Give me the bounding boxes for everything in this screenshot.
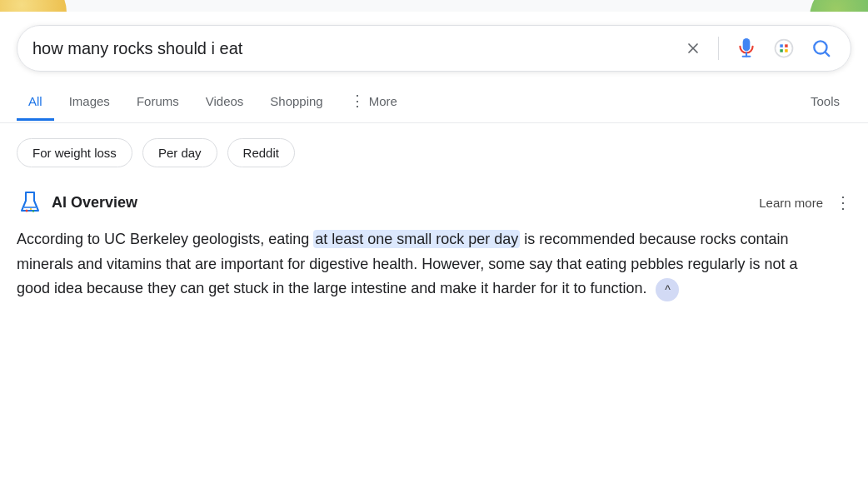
nav-tabs: All Images Forums Videos Shopping ⋮ More… — [0, 82, 868, 123]
clear-button[interactable] — [681, 37, 705, 60]
tab-more[interactable]: ⋮ More — [338, 82, 409, 122]
svg-point-4 — [32, 210, 34, 212]
google-lens-button[interactable] — [769, 33, 799, 63]
ai-flask-icon — [17, 189, 43, 216]
more-dots-icon: ⋮ — [350, 92, 366, 110]
three-dot-menu-button[interactable]: ⋮ — [835, 192, 851, 212]
ai-overview-header: AI Overview Learn more ⋮ — [17, 189, 851, 216]
tab-tools[interactable]: Tools — [799, 84, 851, 121]
search-input[interactable]: how many rocks should i eat — [32, 39, 673, 58]
ai-overview-section: AI Overview Learn more ⋮ According to UC… — [0, 181, 868, 318]
tab-forums[interactable]: Forums — [125, 84, 191, 121]
svg-point-3 — [30, 208, 32, 210]
search-button[interactable] — [807, 34, 836, 62]
chip-per-day[interactable]: Per day — [142, 138, 217, 167]
chip-for-weight-loss[interactable]: For weight loss — [17, 138, 132, 167]
search-bar-wrapper: how many rocks should i eat — [0, 12, 868, 82]
ai-text-highlight: at least one small rock per day — [313, 230, 520, 248]
clear-icon — [685, 40, 701, 57]
chip-reddit[interactable]: Reddit — [227, 138, 295, 167]
chevron-up-icon: ^ — [665, 283, 671, 296]
svg-point-2 — [26, 210, 28, 212]
microphone-icon — [736, 37, 757, 59]
collapse-button[interactable]: ^ — [656, 278, 679, 301]
suggestion-chips: For weight loss Per day Reddit — [0, 123, 868, 181]
tab-all[interactable]: All — [17, 84, 54, 121]
tab-videos[interactable]: Videos — [194, 84, 256, 121]
ai-overview-text: According to UC Berkeley geologists, eat… — [17, 227, 816, 301]
tab-shopping[interactable]: Shopping — [258, 84, 334, 121]
learn-more-button[interactable]: Learn more — [759, 196, 823, 210]
search-bar: how many rocks should i eat — [17, 25, 851, 72]
tab-images[interactable]: Images — [57, 84, 122, 121]
ai-overview-title: AI Overview — [52, 194, 137, 212]
ai-overview-left: AI Overview — [17, 189, 137, 216]
search-divider — [718, 37, 719, 60]
search-icon — [811, 37, 832, 59]
ai-text-before: According to UC Berkeley geologists, eat… — [17, 231, 313, 247]
google-lens-icon — [772, 37, 796, 60]
voice-search-button[interactable] — [732, 34, 761, 62]
svg-point-0 — [776, 40, 793, 57]
ai-overview-right: Learn more ⋮ — [759, 192, 851, 212]
